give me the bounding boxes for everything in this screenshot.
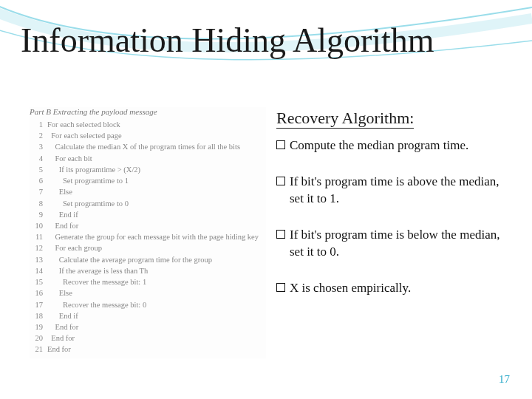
pseudocode-text: Else — [47, 188, 72, 196]
pseudocode-line: 2 For each selected page — [30, 130, 266, 141]
pseudocode-text: Set programtime to 0 — [47, 200, 129, 208]
line-number: 18 — [30, 310, 43, 321]
pseudocode-text: Calculate the average program time for t… — [47, 256, 212, 264]
pseudocode-line: 1For each selected block — [30, 119, 266, 130]
content-area: Part B Extracting the payload message 1F… — [30, 107, 502, 358]
checkbox-icon — [276, 177, 285, 185]
recovery-bullet-text: X is chosen empirically. — [290, 280, 411, 297]
line-number: 13 — [30, 254, 43, 265]
pseudocode-line: 7 Else — [30, 186, 266, 197]
pseudocode-line: 12 For each group — [30, 242, 266, 253]
pseudocode-line: 5 If its programtime > (X/2) — [30, 164, 266, 175]
line-number: 20 — [30, 332, 43, 344]
pseudocode-text: If the average is less than Th — [47, 267, 148, 275]
line-number: 21 — [30, 344, 43, 355]
pseudocode-line: 9 End if — [30, 209, 266, 220]
pseudocode-line: 15 Recover the message bit: 1 — [30, 276, 266, 287]
pseudocode-line: 19 End for — [30, 321, 266, 332]
pseudocode-line: 20 End for — [30, 332, 266, 344]
pseudocode-line: 21End for — [30, 344, 266, 355]
pseudocode-text: Generate the group for each message bit … — [47, 233, 259, 241]
checkbox-icon — [276, 283, 285, 292]
line-number: 15 — [30, 276, 43, 287]
pseudocode-line: 4 For each bit — [30, 153, 266, 164]
pseudocode-part-header: Part B Extracting the payload message — [30, 107, 266, 116]
pseudocode-text: Recover the message bit: 1 — [47, 278, 146, 286]
recovery-bullet: X is chosen empirically. — [276, 280, 502, 297]
line-number: 9 — [30, 209, 43, 220]
line-number: 19 — [30, 321, 43, 332]
line-number: 7 — [30, 186, 43, 197]
pseudocode-text: End for — [47, 323, 78, 331]
recovery-bullet-text: Compute the median program time. — [290, 137, 468, 154]
pseudocode-text: End if — [47, 211, 78, 219]
pseudocode-line: 14 If the average is less than Th — [30, 265, 266, 276]
pseudocode-line: 3 Calculate the median X of the program … — [30, 141, 266, 152]
pseudocode-line: 11 Generate the group for each message b… — [30, 231, 266, 242]
line-number: 12 — [30, 242, 43, 253]
pseudocode-text: Set programtime to 1 — [47, 177, 129, 185]
line-number: 17 — [30, 299, 43, 310]
pseudocode-panel: Part B Extracting the payload message 1F… — [30, 107, 266, 358]
pseudocode-text: If its programtime > (X/2) — [47, 166, 140, 174]
checkbox-icon — [276, 140, 285, 149]
line-number: 2 — [30, 130, 43, 141]
line-number: 6 — [30, 175, 43, 186]
pseudocode-text: For each selected page — [47, 132, 122, 140]
pseudocode-line: 16 Else — [30, 287, 266, 299]
line-number: 10 — [30, 220, 43, 231]
line-number: 11 — [30, 231, 43, 242]
line-number: 1 — [30, 119, 43, 130]
pseudocode-text: End for — [47, 334, 75, 342]
line-number: 5 — [30, 164, 43, 175]
recovery-bullet-text: If bit's program time is above the media… — [290, 174, 502, 208]
pseudocode-text: End for — [47, 222, 78, 230]
line-number: 16 — [30, 287, 43, 299]
checkbox-icon — [276, 230, 285, 239]
pseudocode-line: 18 End if — [30, 310, 266, 321]
line-number: 3 — [30, 141, 43, 152]
page-number: 17 — [499, 373, 510, 386]
pseudocode-line: 17 Recover the message bit: 0 — [30, 299, 266, 310]
line-number: 4 — [30, 153, 43, 164]
pseudocode-line: 10 End for — [30, 220, 266, 231]
pseudocode-text: End if — [47, 312, 78, 320]
slide-title: Information Hiding Algorithm — [21, 21, 434, 60]
recovery-panel: Recovery Algorithm: Compute the median p… — [276, 107, 502, 358]
recovery-bullet: If bit's program time is below the media… — [276, 227, 502, 261]
pseudocode-line: 13 Calculate the average program time fo… — [30, 254, 266, 265]
pseudocode-text: For each selected block — [47, 120, 120, 129]
recovery-bullet-text: If bit's program time is below the media… — [290, 227, 502, 261]
recovery-bullet: Compute the median program time. — [276, 137, 502, 154]
pseudocode-text: Else — [47, 289, 72, 297]
pseudocode-body: 1For each selected block2 For each selec… — [30, 119, 266, 355]
recovery-heading: Recovery Algorithm: — [276, 109, 414, 129]
line-number: 14 — [30, 265, 43, 276]
pseudocode-line: 6 Set programtime to 1 — [30, 175, 266, 186]
pseudocode-text: For each bit — [47, 154, 92, 163]
pseudocode-text: End for — [47, 345, 71, 353]
pseudocode-text: For each group — [47, 244, 102, 252]
recovery-bullet: If bit's program time is above the media… — [276, 174, 502, 208]
pseudocode-line: 8 Set programtime to 0 — [30, 198, 266, 209]
pseudocode-text: Recover the message bit: 0 — [47, 301, 146, 309]
line-number: 8 — [30, 198, 43, 209]
pseudocode-text: Calculate the median X of the program ti… — [47, 143, 240, 151]
